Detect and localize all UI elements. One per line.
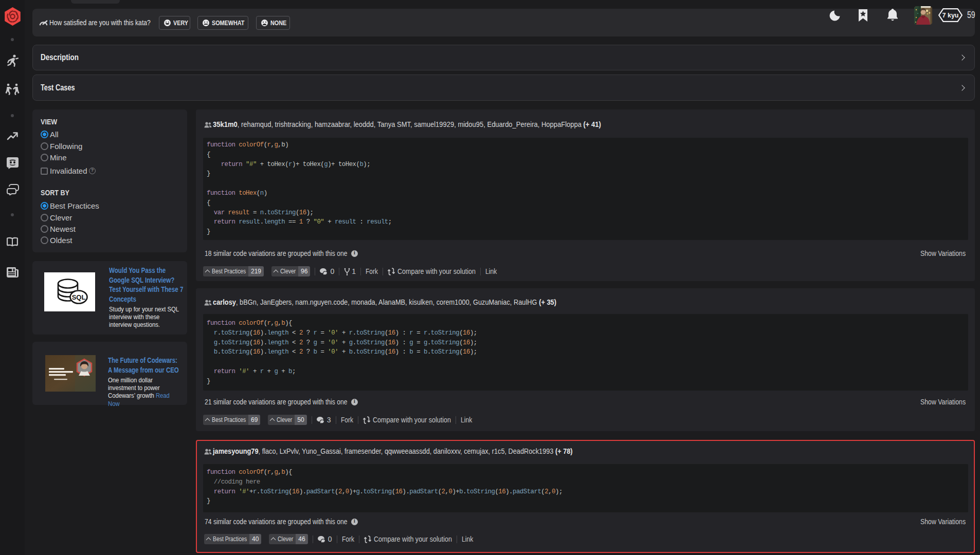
svg-text:SQL: SQL xyxy=(72,293,86,301)
svg-text:7 kyu: 7 kyu xyxy=(942,12,959,19)
